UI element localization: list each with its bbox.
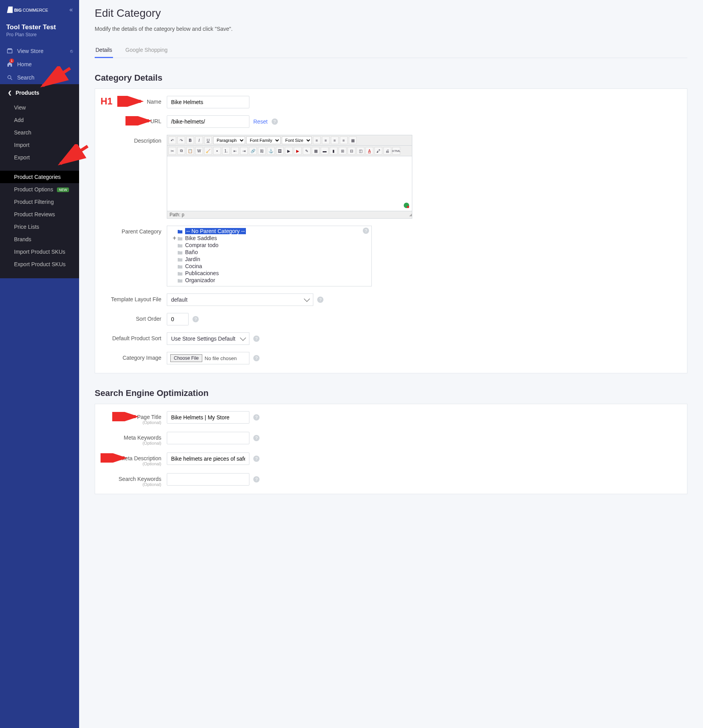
subnav-product-reviews[interactable]: Product Reviews xyxy=(0,208,79,221)
split-icon[interactable]: ⊞ xyxy=(339,147,346,155)
collapse-sidebar-icon[interactable]: « xyxy=(69,6,73,13)
help-icon[interactable]: ? xyxy=(193,316,199,322)
editor-toolbar: ↶ ↷ B I U Paragraph Font Family Font Siz… xyxy=(167,135,412,146)
reset-url-link[interactable]: Reset xyxy=(253,118,268,125)
col-icon[interactable]: ▮ xyxy=(330,147,337,155)
clear-format-icon[interactable]: 🧹 xyxy=(204,147,212,155)
subnav-import-skus[interactable]: Import Product SKUs xyxy=(0,246,79,258)
underline-icon[interactable]: U xyxy=(204,136,212,144)
help-icon[interactable]: ? xyxy=(253,414,260,421)
help-icon[interactable]: ? xyxy=(253,476,260,482)
unlink-icon[interactable]: ⛓ xyxy=(258,147,266,155)
input-category-url[interactable] xyxy=(167,115,249,128)
link-icon[interactable]: 🔗 xyxy=(249,147,257,155)
help-icon[interactable]: ? xyxy=(253,456,260,462)
tab-details[interactable]: Details xyxy=(95,44,113,58)
redo-icon[interactable]: ↷ xyxy=(177,136,185,144)
parent-category-option[interactable]: Jardín xyxy=(171,256,367,263)
tab-google-shopping[interactable]: Google Shopping xyxy=(125,44,168,58)
input-sort-order[interactable] xyxy=(167,313,189,325)
subnav-brands[interactable]: Brands xyxy=(0,233,79,246)
cut-icon[interactable]: ✂ xyxy=(168,147,176,155)
svg-line-11 xyxy=(43,68,70,86)
edit-icon[interactable]: ✎ xyxy=(303,147,311,155)
outdent-icon[interactable]: ⇤ xyxy=(231,147,239,155)
subnav-export-skus[interactable]: Export Product SKUs xyxy=(0,258,79,270)
input-meta-description[interactable] xyxy=(167,452,249,465)
folder-icon xyxy=(177,236,183,240)
category-label: Bike Saddles xyxy=(185,235,217,241)
resize-handle-icon[interactable]: ◢ xyxy=(406,213,412,218)
table-icon[interactable]: ▦ xyxy=(312,147,320,155)
folder-icon xyxy=(177,257,183,262)
image-icon[interactable]: 🖼 xyxy=(276,147,284,155)
parent-category-option[interactable]: +Bike Saddles xyxy=(171,235,367,242)
select-default-product-sort[interactable]: Use Store Settings Default xyxy=(167,332,249,345)
font-family-select[interactable]: Font Family xyxy=(246,136,281,144)
subnav-product-categories[interactable]: Product Categories xyxy=(0,171,79,183)
grammarly-icon[interactable] xyxy=(403,202,410,209)
bold-icon[interactable]: B xyxy=(186,136,194,144)
text-color-icon[interactable]: A xyxy=(366,147,373,155)
help-icon[interactable]: ? xyxy=(253,435,260,441)
parent-category-option[interactable]: Comprar todo xyxy=(171,242,367,249)
paste-icon[interactable]: 📋 xyxy=(186,147,194,155)
category-label: Baño xyxy=(185,249,198,255)
align-left-icon[interactable]: ≡ xyxy=(313,136,321,144)
label-template: Template Layout File xyxy=(104,293,167,302)
label-meta-keywords: Meta Keywords (Optional) xyxy=(104,432,167,445)
align-center-icon[interactable]: ≡ xyxy=(322,136,330,144)
subnav-product-options[interactable]: Product Options NEW xyxy=(0,183,79,196)
bg-color-icon[interactable]: 🖍 xyxy=(374,147,382,155)
tree-expander-icon[interactable]: + xyxy=(173,236,177,240)
subnav-search[interactable]: Search xyxy=(0,126,79,139)
paragraph-select[interactable]: Paragraph xyxy=(213,136,245,144)
help-icon[interactable]: ? xyxy=(253,336,260,342)
file-input-category-image[interactable]: Choose File No file chosen xyxy=(167,352,249,364)
copy-icon[interactable]: ⧉ xyxy=(177,147,185,155)
subnav-view[interactable]: View xyxy=(0,101,79,114)
row-icon[interactable]: ▬ xyxy=(321,147,329,155)
align-justify-icon[interactable]: ≡ xyxy=(340,136,348,144)
subnav-add[interactable]: Add xyxy=(0,114,79,126)
anchor-icon[interactable]: ⚓ xyxy=(267,147,275,155)
bullet-list-icon[interactable]: • xyxy=(213,147,221,155)
parent-category-option[interactable]: Publicaciones xyxy=(171,270,367,277)
youtube-icon[interactable]: ▶ xyxy=(294,147,302,155)
border-icon[interactable]: ◫ xyxy=(357,147,364,155)
editor-body[interactable] xyxy=(167,156,412,211)
undo-icon[interactable]: ↶ xyxy=(168,136,176,144)
select-template-layout[interactable]: default xyxy=(167,293,313,306)
help-icon[interactable]: ? xyxy=(253,355,260,361)
input-search-keywords[interactable] xyxy=(167,473,249,486)
logo[interactable]: BIGCOMMERCE xyxy=(6,5,49,14)
subnav-price-lists[interactable]: Price Lists xyxy=(0,221,79,233)
help-icon[interactable]: ? xyxy=(317,297,323,303)
merge-icon[interactable]: ⊟ xyxy=(348,147,355,155)
italic-icon[interactable]: I xyxy=(195,136,203,144)
input-category-name[interactable] xyxy=(167,96,249,108)
help-icon[interactable]: ? xyxy=(363,228,369,234)
parent-category-option[interactable]: Organizador xyxy=(171,277,367,284)
input-page-title[interactable] xyxy=(167,411,249,424)
print-icon[interactable]: 🖨 xyxy=(383,147,391,155)
submenu-title: Products xyxy=(16,90,39,96)
choose-file-button[interactable]: Choose File xyxy=(170,354,202,362)
nav-view-store[interactable]: View Store ⎋ xyxy=(0,44,79,58)
paste-word-icon[interactable]: W xyxy=(195,147,203,155)
folder-icon xyxy=(177,229,183,233)
parent-category-option[interactable]: -- No Parent Category -- xyxy=(171,228,367,235)
indent-icon[interactable]: ⇥ xyxy=(240,147,248,155)
subnav-product-filtering[interactable]: Product Filtering xyxy=(0,196,79,208)
align-right-icon[interactable]: ≡ xyxy=(331,136,339,144)
number-list-icon[interactable]: 1. xyxy=(222,147,230,155)
parent-category-option[interactable]: Baño xyxy=(171,249,367,256)
html-icon[interactable]: HTML xyxy=(392,147,400,155)
input-meta-keywords[interactable] xyxy=(167,432,249,444)
parent-category-option[interactable]: Cocina xyxy=(171,263,367,270)
fullscreen-icon[interactable]: ▦ xyxy=(349,136,357,144)
category-label: Organizador xyxy=(185,277,215,283)
media-icon[interactable]: ▶ xyxy=(285,147,293,155)
font-size-select[interactable]: Font Size xyxy=(282,136,312,144)
help-icon[interactable]: ? xyxy=(272,118,278,125)
